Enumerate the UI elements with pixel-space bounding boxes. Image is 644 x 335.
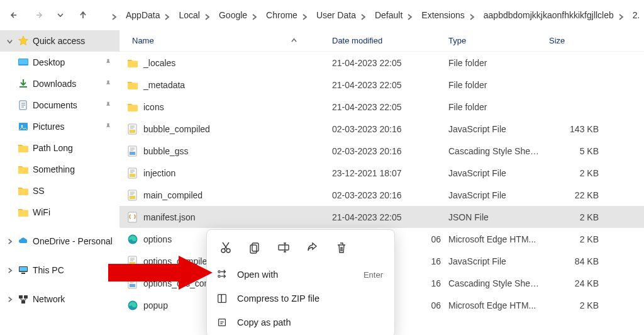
folder-icon [18,164,29,175]
share-button[interactable] [304,239,321,256]
zip-icon [216,292,228,305]
column-headers: Name Date modified Type Size [119,30,644,52]
file-type: Microsoft Edge HTM... [443,234,544,244]
breadcrumb-segment[interactable]: Default [371,8,416,23]
sidebar-item[interactable]: WiFi [0,202,119,223]
cut-button[interactable] [217,239,235,256]
file-name: options [143,234,172,244]
sidebar-item[interactable]: Path Long [0,137,119,159]
file-size: 84 KB [544,256,604,266]
rename-button[interactable] [275,239,292,256]
menu-item[interactable]: Open withEnter [207,263,394,287]
onedrive-icon [18,236,29,247]
file-row[interactable]: manifest.json21-04-2023 22:05JSON File2 … [119,206,644,228]
chevron-right-icon[interactable] [111,12,117,18]
openwith-icon [216,268,228,281]
menu-item[interactable]: Copy as path [207,310,394,334]
file-type: File folder [443,80,544,90]
chevron-right-icon[interactable] [360,12,366,18]
column-name[interactable]: Name [119,36,327,45]
sidebar-item[interactable]: Something [0,159,119,180]
sidebar: Quick accessDesktopDownloadsDocumentsPic… [0,30,119,335]
breadcrumb-segment[interactable]: Extensions [418,8,478,23]
chevron-down-icon[interactable] [5,38,14,44]
js-icon [127,256,138,267]
file-size: 143 KB [544,124,604,134]
file-type: Cascading Style Shee... [443,278,544,288]
nav-up-button[interactable] [73,5,93,25]
sidebar-item[interactable]: Documents [0,94,119,116]
file-name: main_compiled [143,190,203,200]
js-icon [127,123,138,135]
chevron-right-icon[interactable] [301,12,308,18]
sidebar-item-label: Downloads [33,79,101,89]
folder-icon [18,142,29,154]
menu-item[interactable]: Compress to ZIP file [207,287,394,310]
chevron-right-icon[interactable] [618,12,624,18]
file-row[interactable]: _metadata21-04-2023 22:05File folder [119,74,644,96]
menu-item-label: Open with [237,270,355,280]
breadcrumb-segment[interactable]: Local [175,8,213,23]
file-name: popup [143,300,168,310]
copy-button[interactable] [246,239,264,256]
file-date: 02-03-2023 20:16 [327,190,443,200]
pin-icon [104,58,113,67]
file-name: icons [143,102,164,112]
file-name: manifest.json [143,212,195,222]
chevron-right-icon[interactable] [5,239,14,244]
folder-icon [127,79,138,91]
sidebar-item-label: Pictures [33,122,101,132]
nav-recent-button[interactable] [50,5,70,25]
file-name: bubble_gss [143,146,189,156]
breadcrumb-segment[interactable]: Google [215,8,261,23]
sidebar-item[interactable]: Quick access [0,30,119,52]
file-name: options_css_com [143,278,211,288]
file-name: bubble_compiled [143,124,210,134]
file-row[interactable]: bubble_compiled02-03-2023 20:16JavaScrip… [119,118,644,140]
sidebar-item[interactable]: Desktop [0,52,119,73]
chevron-right-icon[interactable] [204,12,210,18]
chevron-right-icon[interactable] [251,12,257,18]
column-size[interactable]: Size [544,36,604,45]
file-size: 24 KB [544,278,604,288]
pin-icon [104,79,113,88]
file-type: JavaScript File [443,124,544,134]
chevron-right-icon[interactable] [5,268,14,273]
file-date: 21-04-2023 22:05 [327,212,443,222]
sidebar-item[interactable]: OneDrive - Personal [0,230,119,252]
breadcrumb-segment[interactable]: AppData [122,8,174,23]
js-icon [127,168,138,179]
thispc-icon [18,264,29,276]
file-type: JSON File [443,212,544,222]
sidebar-item[interactable]: Pictures [0,116,119,137]
breadcrumb-segment[interactable]: User Data [313,8,370,23]
sidebar-item[interactable]: This PC [0,259,119,281]
sidebar-item[interactable]: Network [0,288,119,310]
file-row[interactable]: bubble_gss02-03-2023 20:16Cascading Styl… [119,140,644,162]
chevron-right-icon[interactable] [5,297,14,302]
file-row[interactable]: _locales21-04-2023 22:05File folder [119,52,644,74]
breadcrumb-root[interactable] [103,8,121,23]
downloads-icon [18,78,29,89]
breadcrumb-segment[interactable]: 2.0.13_0 [629,8,639,23]
file-row[interactable]: icons21-04-2023 22:05File folder [119,96,644,118]
breadcrumb-segment[interactable]: aapbdbdomjkkjkaonfhkkikfgjllcleb [480,8,628,23]
file-row[interactable]: injection23-12-2021 18:07JavaScript File… [119,162,644,184]
chevron-right-icon[interactable] [469,12,475,18]
file-type: JavaScript File [443,256,544,266]
sidebar-item[interactable]: Downloads [0,73,119,94]
sidebar-item[interactable]: SS [0,180,119,202]
file-size: 2 KB [544,212,604,222]
file-size: 2 KB [544,168,604,178]
chevron-right-icon[interactable] [164,12,170,18]
file-row[interactable]: main_compiled02-03-2023 20:16JavaScript … [119,184,644,206]
chevron-right-icon[interactable] [406,12,413,18]
nav-forward-button[interactable] [28,5,48,25]
column-type[interactable]: Type [443,36,544,45]
nav-back-button[interactable] [5,5,25,25]
delete-button[interactable] [333,239,350,256]
file-date: 23-12-2021 18:07 [327,168,443,178]
column-date[interactable]: Date modified [327,36,443,45]
breadcrumb-segment[interactable]: Chrome [262,8,311,23]
documents-icon [18,99,29,111]
